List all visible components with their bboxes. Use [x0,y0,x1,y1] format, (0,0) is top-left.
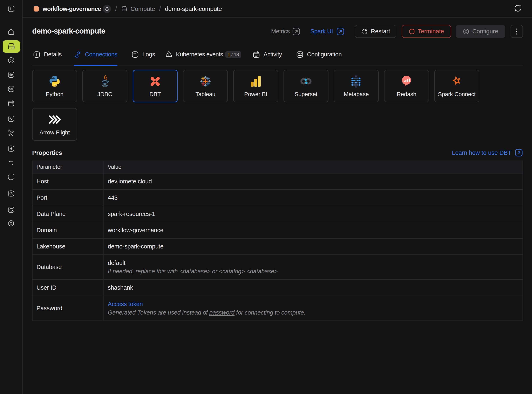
svg-text:SQL: SQL [9,88,13,90]
